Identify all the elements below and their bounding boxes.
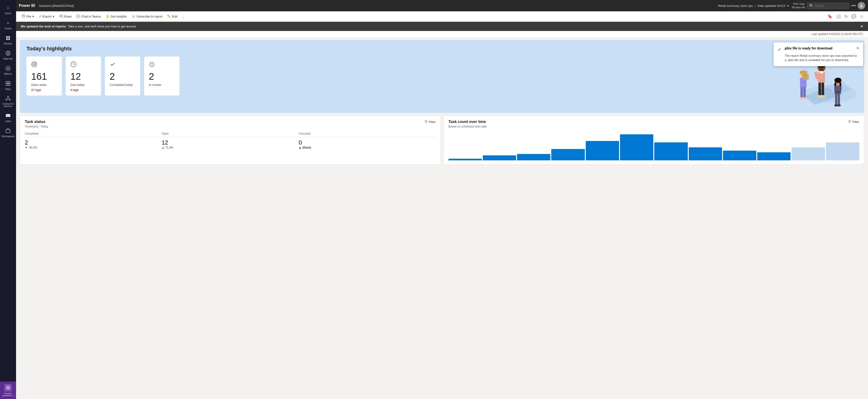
- highlights-left: Today's highlights 161 Open tasks 37 hig…: [27, 46, 763, 95]
- svg-rect-61: [801, 87, 803, 98]
- share-icon: [59, 15, 62, 19]
- banner-close-button[interactable]: ✕: [860, 24, 863, 29]
- learn-icon: 📖: [5, 112, 11, 119]
- svg-rect-48: [820, 71, 824, 73]
- chart-bar-0: [448, 159, 482, 160]
- chevron-icon: ▾: [53, 15, 54, 18]
- sidebar-item-create[interactable]: ＋ Create: [0, 17, 16, 32]
- insights-label: Get insights: [111, 15, 127, 18]
- chart-bar-1: [483, 155, 516, 160]
- refresh-button[interactable]: ↻: [844, 13, 849, 20]
- completed-cell: 2 ▼ -50.0%: [25, 139, 162, 149]
- toast-body: The report Retail summary store ops was …: [778, 54, 859, 62]
- sidebar-item-workspaces[interactable]: Workspaces: [0, 125, 16, 140]
- sidebar-item-datahub[interactable]: Data hub: [0, 47, 16, 62]
- task-status-subtitle: Timeframe : Today: [25, 125, 436, 128]
- task-count-filter-button[interactable]: Filter: [848, 120, 859, 124]
- clock-icon: [70, 61, 96, 69]
- sidebar-item-metrics[interactable]: Metrics: [0, 62, 16, 78]
- svg-rect-71: [835, 94, 837, 105]
- toast-close-button[interactable]: ✕: [856, 46, 859, 50]
- svg-rect-69: [835, 86, 841, 95]
- topbar-right: PPU Trial: 38 days left 🔍 •••: [792, 2, 865, 9]
- due-today-number: 12: [70, 72, 96, 81]
- chart-bar-2: [517, 154, 550, 161]
- svg-line-39: [150, 62, 151, 63]
- avatar[interactable]: [858, 2, 865, 9]
- due-today-label: Due today: [70, 83, 96, 87]
- workspaces-icon: [5, 127, 11, 134]
- comments-button[interactable]: 💬: [850, 13, 857, 20]
- svg-rect-9: [8, 81, 10, 83]
- favorite-button[interactable]: ☆: [859, 13, 864, 20]
- share-label: Share: [64, 15, 72, 18]
- apps-icon: [5, 80, 11, 87]
- svg-rect-8: [6, 81, 8, 83]
- sidebar: ⌂ Home ＋ Create Browse Data hub Metrics …: [0, 0, 16, 399]
- svg-rect-72: [838, 94, 840, 105]
- subscribe-label: Subscribe to report: [136, 15, 162, 18]
- edit-label: Edit: [172, 15, 177, 18]
- svg-rect-70: [835, 91, 841, 93]
- more-options-icon[interactable]: •••: [851, 3, 856, 8]
- target-icon: [31, 61, 57, 69]
- search-input[interactable]: [815, 4, 847, 7]
- checkmark-icon: [110, 61, 135, 69]
- bar-chart: [448, 132, 860, 160]
- svg-point-24: [61, 15, 62, 16]
- ppu-trial: PPU Trial: 38 days left: [792, 2, 805, 9]
- canceled-cell: 0 ▲ (Blank): [299, 139, 436, 149]
- svg-rect-0: [6, 36, 8, 38]
- export-button[interactable]: ↗ Export ▾: [37, 14, 56, 19]
- sidebar-item-home[interactable]: ⌂ Home: [0, 2, 16, 17]
- task-count-title-row: Task count over time Filter: [448, 120, 860, 124]
- chevron-down-icon[interactable]: ▾: [787, 4, 789, 7]
- task-status-filter-button[interactable]: Filter: [424, 120, 436, 124]
- sidebar-item-learn[interactable]: 📖 Learn: [0, 110, 16, 125]
- subscribe-button[interactable]: 📧 Subscribe to report: [130, 14, 164, 19]
- svg-point-52: [820, 95, 825, 97]
- file-button[interactable]: File ▾: [20, 13, 36, 20]
- completed-value: 2: [25, 139, 162, 146]
- search-icon: 🔍: [809, 4, 813, 7]
- completed-number: 2: [110, 72, 135, 81]
- create-icon: ＋: [5, 20, 11, 26]
- sidebar-item-label: Learn: [5, 120, 11, 122]
- svg-rect-3: [8, 38, 10, 40]
- svg-point-64: [803, 97, 807, 99]
- chat-button[interactable]: 💬 Chat in Teams: [74, 14, 103, 19]
- sidebar-item-browse[interactable]: Browse: [0, 32, 16, 47]
- chart-bar-10: [792, 147, 825, 160]
- sidebar-item-apps[interactable]: Apps: [0, 78, 16, 93]
- search-box[interactable]: 🔍: [807, 3, 849, 9]
- svg-rect-62: [803, 87, 806, 98]
- sidebar-item-label: Browse: [4, 42, 12, 45]
- chart-bar-11: [826, 142, 859, 160]
- share-button[interactable]: Share: [57, 13, 74, 20]
- completed-pct: ▼ -50.0%: [25, 146, 162, 149]
- banner-text: Take a tour, and we'll show you how to g…: [68, 25, 136, 28]
- solutions-icon: [4, 384, 12, 392]
- task-status-filter-label: Filter: [429, 120, 436, 124]
- edit-button[interactable]: ✏️ Edit: [165, 14, 179, 19]
- due-today-card: 12 Due today 0 high: [66, 57, 101, 95]
- bookmark-button[interactable]: 🔖: [827, 13, 833, 20]
- home-icon: ⌂: [5, 4, 11, 11]
- insights-button[interactable]: 💡 Get insights: [104, 14, 129, 19]
- open-tasks-card: 161 Open tasks 37 high: [27, 57, 62, 95]
- col-canceled: Canceled: [299, 132, 436, 135]
- highlight-cards: 161 Open tasks 37 high 12 Due today 0 hi…: [27, 57, 763, 95]
- edit-icon: ✏️: [167, 15, 171, 18]
- sidebar-item-solutions[interactable]: Solutions [RetailSOA...]: [0, 381, 16, 399]
- svg-rect-2: [6, 38, 8, 40]
- task-count-card: Task count over time Filter Based on sch…: [443, 116, 864, 164]
- sidebar-item-label: Deployment pipelines: [1, 103, 15, 107]
- fullscreen-button[interactable]: ⬜: [835, 13, 842, 20]
- up-arrow-icon: ▲: [299, 146, 302, 149]
- svg-rect-10: [6, 84, 8, 86]
- svg-point-12: [7, 96, 9, 97]
- more-options-button[interactable]: ...: [180, 14, 187, 19]
- chat-icon: 💬: [76, 15, 80, 18]
- sidebar-item-deployment[interactable]: Deployment pipelines: [0, 93, 16, 110]
- sidebar-item-label: Create: [4, 27, 11, 30]
